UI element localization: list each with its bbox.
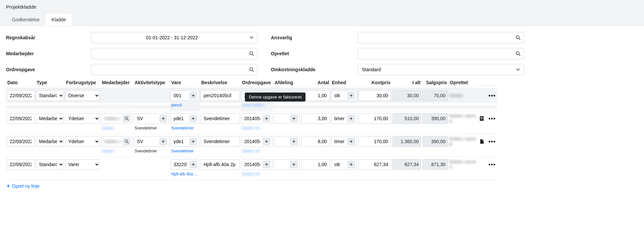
aktivitetstype-input[interactable] <box>134 113 169 124</box>
plus-icon <box>161 116 165 120</box>
plus-icon <box>349 139 353 143</box>
date-input[interactable] <box>7 90 35 101</box>
filter-omkostningskladde[interactable] <box>357 64 524 75</box>
search-button[interactable] <box>123 115 130 122</box>
type-select[interactable]: Medarbejder <box>36 136 64 147</box>
regnskabsar-input[interactable] <box>95 35 249 41</box>
sub-link[interactable]: Hpfi-afb 40a ... <box>170 172 200 180</box>
aktivitetstype-input[interactable] <box>134 136 169 147</box>
col-aktivitetstype: Aktivitetstype <box>133 77 170 88</box>
sub-link[interactable]: Svendetimer <box>170 126 200 134</box>
oprettet-input[interactable] <box>361 51 516 57</box>
col-ialt: I alt <box>392 77 422 88</box>
afdeling-input[interactable] <box>274 136 300 147</box>
afdeling-input[interactable] <box>274 113 300 124</box>
plus-button[interactable] <box>190 138 197 145</box>
plus-button[interactable] <box>347 161 355 168</box>
forbrugstype-select[interactable]: Ydelser <box>65 113 100 124</box>
plus-button[interactable] <box>263 138 270 145</box>
date-input[interactable] <box>7 159 35 170</box>
plus-button[interactable] <box>160 115 167 122</box>
plus-button[interactable] <box>290 161 298 168</box>
filter-ordreopgave[interactable] <box>91 64 258 75</box>
forbrugstype-select[interactable]: Ydelser <box>65 136 100 147</box>
sub-link[interactable]: Svendetimer <box>170 149 200 157</box>
antal-input[interactable] <box>301 113 330 124</box>
plus-button[interactable] <box>190 115 197 122</box>
filter-regnskabsar[interactable] <box>91 32 258 43</box>
antal-input[interactable] <box>301 136 330 147</box>
sub-link: Svendetimer <box>133 126 170 134</box>
beskrivelse-input[interactable] <box>201 90 240 101</box>
sub-link: Svendetimer <box>133 149 170 157</box>
ialt-value: 1.360,00 <box>392 136 421 147</box>
vare-input[interactable] <box>171 159 199 170</box>
ialt-value: 30,00 <box>392 90 421 101</box>
plus-button[interactable] <box>263 161 270 168</box>
afdeling-input[interactable] <box>274 159 300 170</box>
plus-button[interactable] <box>263 115 270 122</box>
medarbejder-input[interactable] <box>95 51 249 57</box>
kostpris-input[interactable] <box>358 159 391 170</box>
enhed-input[interactable] <box>331 136 357 147</box>
col-salgspris: Salgspris <box>422 77 448 88</box>
row-more-button[interactable]: ••• <box>488 161 496 168</box>
ordreopgave-input[interactable] <box>241 136 273 147</box>
plus-button[interactable] <box>347 115 355 122</box>
col-type: Type <box>35 77 65 88</box>
plus-button[interactable] <box>347 138 355 145</box>
tab-kladde[interactable]: Kladde <box>46 14 72 26</box>
type-select[interactable]: Standard <box>36 159 64 170</box>
enhed-input[interactable] <box>331 159 357 170</box>
ordreopgave-input[interactable] <box>241 159 273 170</box>
row-more-button[interactable]: ••• <box>488 115 496 122</box>
antal-input[interactable] <box>301 159 330 170</box>
ordreopgave-input[interactable] <box>95 67 249 73</box>
plus-button[interactable] <box>290 115 298 122</box>
enhed-input[interactable] <box>331 113 357 124</box>
beskrivelse-input[interactable] <box>201 113 240 124</box>
ansvarlig-input[interactable] <box>361 35 516 41</box>
forbrugstype-select[interactable]: Varer <box>65 159 100 170</box>
vare-input[interactable] <box>171 90 199 101</box>
filter-oprettet[interactable] <box>357 48 524 59</box>
ordreopgave-input[interactable] <box>241 113 273 124</box>
plus-button[interactable] <box>347 92 355 99</box>
search-icon <box>125 116 129 120</box>
tab-godkendelse[interactable]: Godkendelse <box>6 14 46 26</box>
medarbejder-input[interactable] <box>101 136 133 147</box>
plus-button[interactable] <box>290 138 298 145</box>
plus-button[interactable] <box>160 138 167 145</box>
vare-input[interactable] <box>171 113 199 124</box>
label-ordreopgave: Ordreopgave <box>6 67 91 72</box>
sub-link: hidden <box>101 149 133 157</box>
kostpris-input[interactable] <box>358 113 391 124</box>
beskrivelse-input[interactable] <box>201 159 240 170</box>
beskrivelse-input[interactable] <box>201 136 240 147</box>
plus-button[interactable] <box>190 161 197 168</box>
plus-icon <box>349 162 353 166</box>
medarbejder-input[interactable] <box>101 113 133 124</box>
type-select[interactable]: Standard <box>36 90 64 101</box>
date-input[interactable] <box>7 136 35 147</box>
vare-input[interactable] <box>171 136 199 147</box>
search-button[interactable] <box>123 138 130 145</box>
create-new-line[interactable]: Opret ny linje <box>6 183 39 189</box>
filter-medarbejder[interactable] <box>91 48 258 59</box>
forbrugstype-select[interactable]: Diverse <box>65 90 100 101</box>
oprettet-value: hidden name C <box>449 159 478 170</box>
receipt-icon[interactable] <box>479 116 484 121</box>
row-more-button[interactable]: ••• <box>488 92 496 99</box>
kostpris-input[interactable] <box>358 136 391 147</box>
row-more-button[interactable]: ••• <box>488 138 496 145</box>
omkostningskladde-input[interactable] <box>361 67 516 73</box>
date-input[interactable] <box>7 113 35 124</box>
filter-ansvarlig[interactable] <box>357 32 524 43</box>
col-antal: Antal <box>301 77 330 88</box>
document-icon[interactable] <box>479 139 484 144</box>
sub-link[interactable]: pencil <box>170 103 200 111</box>
kostpris-input[interactable] <box>358 90 391 101</box>
plus-button[interactable] <box>190 92 197 99</box>
enhed-input[interactable] <box>331 90 357 101</box>
type-select[interactable]: Medarbejder <box>36 113 64 124</box>
